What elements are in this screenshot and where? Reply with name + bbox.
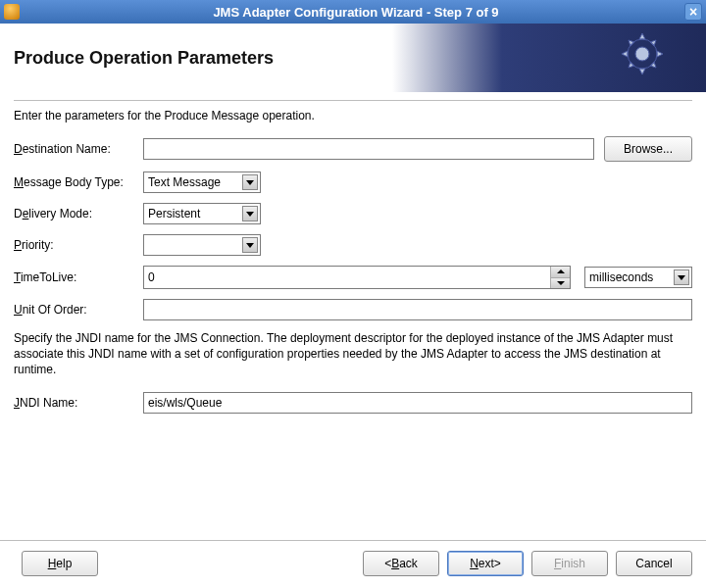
cancel-button[interactable]: Cancel	[616, 551, 692, 576]
help-button[interactable]: Help	[22, 551, 98, 576]
chevron-down-icon	[242, 174, 258, 190]
gear-icon	[618, 29, 667, 78]
jndi-input[interactable]	[143, 392, 692, 414]
header-ribbon	[392, 24, 706, 92]
unit-order-label: Unit Of Order:	[14, 303, 143, 317]
ttl-spinner[interactable]	[550, 267, 570, 288]
body-type-value: Text Message	[148, 175, 221, 189]
wizard-header: Produce Operation Parameters	[0, 24, 706, 92]
chevron-down-icon	[242, 237, 258, 253]
destination-label: Destination Name:	[14, 142, 143, 156]
back-button[interactable]: < Back	[363, 551, 439, 576]
java-cup-icon	[4, 4, 20, 20]
spinner-down-icon[interactable]	[551, 278, 570, 289]
next-button[interactable]: Next >	[447, 551, 524, 576]
chevron-down-icon	[674, 270, 689, 285]
body-type-label: Message Body Type:	[14, 175, 143, 189]
chevron-down-icon	[242, 206, 258, 221]
page-heading: Produce Operation Parameters	[14, 48, 274, 69]
delivery-mode-value: Persistent	[148, 207, 200, 220]
title-bar: JMS Adapter Configuration Wizard - Step …	[0, 0, 706, 24]
spinner-up-icon[interactable]	[551, 267, 570, 278]
ttl-input[interactable]	[144, 267, 550, 288]
priority-select[interactable]	[143, 234, 261, 256]
finish-button: Finish	[531, 551, 608, 576]
jndi-description: Specify the JNDI name for the JMS Connec…	[14, 330, 692, 378]
delivery-mode-label: Delivery Mode:	[14, 207, 143, 220]
wizard-footer: Help < Back Next > Finish Cancel	[0, 540, 706, 588]
intro-text: Enter the parameters for the Produce Mes…	[14, 109, 692, 122]
svg-point-0	[635, 47, 649, 61]
body-type-select[interactable]: Text Message	[143, 172, 261, 193]
ttl-label: TimeToLive:	[14, 270, 143, 284]
unit-order-input[interactable]	[143, 299, 692, 320]
ttl-unit-select[interactable]: milliseconds	[584, 267, 692, 288]
delivery-mode-select[interactable]: Persistent	[143, 203, 261, 224]
window-title: JMS Adapter Configuration Wizard - Step …	[27, 5, 684, 20]
browse-button[interactable]: Browse...	[604, 136, 692, 162]
ttl-unit-value: milliseconds	[589, 270, 653, 284]
priority-label: Priority:	[14, 238, 143, 252]
close-button[interactable]: ×	[684, 3, 702, 21]
destination-input[interactable]	[143, 138, 594, 160]
jndi-label: JNDI Name:	[14, 396, 143, 410]
